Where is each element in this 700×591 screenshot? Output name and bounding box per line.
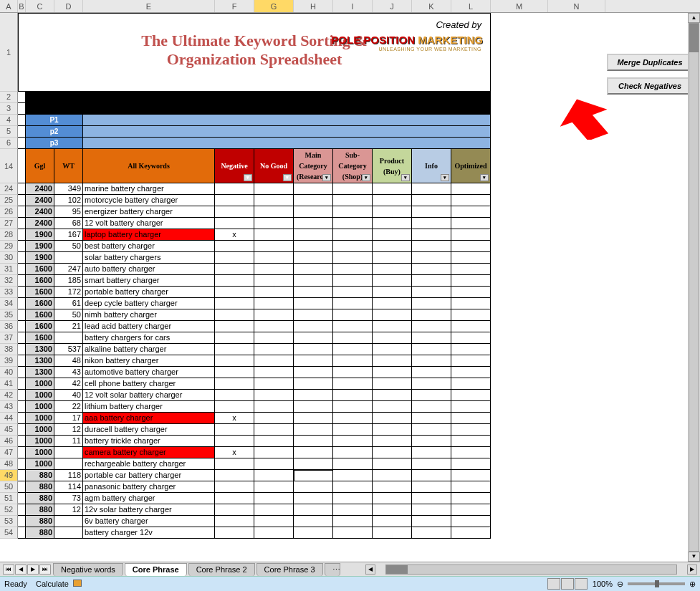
cell-info[interactable] (412, 401, 451, 413)
cell-sub[interactable] (333, 367, 373, 378)
row-header-44[interactable]: 44 (0, 413, 18, 424)
cell-main[interactable] (294, 436, 333, 447)
cell-wt[interactable]: 118 (54, 470, 83, 481)
cell-main[interactable] (294, 470, 333, 481)
cell-keyword[interactable]: 12 volt solar battery charger (83, 390, 215, 401)
cell-sub[interactable] (333, 195, 373, 206)
cell-negative[interactable] (215, 183, 254, 195)
row-header-3[interactable]: 3 (0, 103, 18, 115)
col-header-J[interactable]: J (373, 0, 412, 12)
cell-sub[interactable] (333, 436, 373, 447)
cell-info[interactable] (412, 287, 451, 298)
cell-product[interactable] (373, 344, 412, 355)
cell-nogood[interactable] (254, 298, 294, 309)
header-info[interactable]: Info▾ (412, 149, 451, 183)
cell-wt[interactable]: 102 (54, 195, 83, 206)
cell-main[interactable] (294, 458, 333, 470)
cell-negative[interactable] (215, 321, 254, 332)
cell-info[interactable] (412, 436, 451, 447)
row-header-26[interactable]: 26 (0, 206, 18, 218)
cell-wt[interactable]: 22 (54, 401, 83, 413)
cell-main[interactable] (294, 401, 333, 413)
cell-ggl[interactable]: 2400 (26, 183, 54, 195)
row-header-4[interactable]: 4 (0, 115, 18, 126)
header-wt[interactable]: WT (54, 149, 83, 183)
cell-keyword[interactable]: auto battery charger (83, 264, 215, 275)
cell-optimized[interactable] (451, 436, 491, 447)
col-header-H[interactable]: H (294, 0, 333, 12)
cell-product[interactable] (373, 470, 412, 481)
cell-wt[interactable]: 50 (54, 309, 83, 321)
vertical-scrollbar[interactable]: ▲▼ (688, 13, 700, 562)
cell-product[interactable] (373, 355, 412, 367)
cell-info[interactable] (412, 493, 451, 504)
cell-info[interactable] (412, 390, 451, 401)
cell-product[interactable] (373, 481, 412, 493)
cell-info[interactable] (412, 458, 451, 470)
cell-ggl[interactable]: 1000 (26, 436, 54, 447)
row-header-49[interactable]: 49 (0, 470, 18, 481)
cell-sub[interactable] (333, 516, 373, 527)
col-header-M[interactable]: M (491, 0, 548, 12)
cell-keyword[interactable]: 12 volt battery charger (83, 218, 215, 229)
cell-negative[interactable] (215, 458, 254, 470)
cell-product[interactable] (373, 195, 412, 206)
cell-optimized[interactable] (451, 390, 491, 401)
cell-nogood[interactable] (254, 229, 294, 241)
col-header-L[interactable]: L (451, 0, 491, 12)
cell-optimized[interactable] (451, 229, 491, 241)
filter-icon[interactable]: ▾ (244, 174, 252, 181)
cell-info[interactable] (412, 447, 451, 458)
cell-product[interactable] (373, 287, 412, 298)
header-negative[interactable]: Negative▾ (215, 149, 254, 183)
cell-wt[interactable] (54, 458, 83, 470)
cell-keyword[interactable]: portable car battery charger (83, 470, 215, 481)
cell-main[interactable] (294, 298, 333, 309)
cell-sub[interactable] (333, 344, 373, 355)
cell-nogood[interactable] (254, 355, 294, 367)
row-header-41[interactable]: 41 (0, 378, 18, 390)
filter-icon[interactable]: ▾ (322, 174, 331, 181)
cell-product[interactable] (373, 504, 412, 516)
row-header-39[interactable]: 39 (0, 355, 18, 367)
cell-main[interactable] (294, 504, 333, 516)
cell-ggl[interactable]: 1600 (26, 332, 54, 344)
cell-info[interactable] (412, 367, 451, 378)
cell-optimized[interactable] (451, 458, 491, 470)
cell-product[interactable] (373, 229, 412, 241)
cell-sub[interactable] (333, 183, 373, 195)
cell-main[interactable] (294, 275, 333, 287)
cell-main[interactable] (294, 424, 333, 436)
cell-nogood[interactable] (254, 252, 294, 264)
row-header-29[interactable]: 29 (0, 241, 18, 252)
cell-product[interactable] (373, 321, 412, 332)
cell-optimized[interactable] (451, 355, 491, 367)
cell-optimized[interactable] (451, 218, 491, 229)
cell-keyword[interactable]: agm battery charger (83, 493, 215, 504)
cell-negative[interactable] (215, 424, 254, 436)
cell-ggl[interactable]: 1300 (26, 344, 54, 355)
cell-main[interactable] (294, 195, 333, 206)
cell-keyword[interactable]: nimh battery charger (83, 309, 215, 321)
horizontal-scrollbar[interactable]: ◀▶ (365, 563, 697, 576)
cell-ggl[interactable]: 880 (26, 493, 54, 504)
header-sub-category[interactable]: Sub-Category(Shop)▾ (333, 149, 373, 183)
cell-product[interactable] (373, 275, 412, 287)
p-row-area[interactable] (83, 126, 491, 138)
cell-negative[interactable] (215, 527, 254, 539)
cell-optimized[interactable] (451, 287, 491, 298)
cell-wt[interactable]: 48 (54, 355, 83, 367)
cell-product[interactable] (373, 206, 412, 218)
col-header-B[interactable]: B (18, 0, 26, 12)
cell-optimized[interactable] (451, 252, 491, 264)
cell-keyword[interactable]: smart battery charger (83, 275, 215, 287)
cell-ggl[interactable]: 880 (26, 504, 54, 516)
cell-optimized[interactable] (451, 367, 491, 378)
cell-info[interactable] (412, 206, 451, 218)
sheet-tab-core-phrase[interactable]: Core Phrase (125, 563, 187, 576)
cell-negative[interactable] (215, 275, 254, 287)
filter-icon[interactable]: ▾ (441, 174, 449, 181)
cell-ggl[interactable]: 1600 (26, 309, 54, 321)
cell-optimized[interactable] (451, 241, 491, 252)
cell-optimized[interactable] (451, 424, 491, 436)
